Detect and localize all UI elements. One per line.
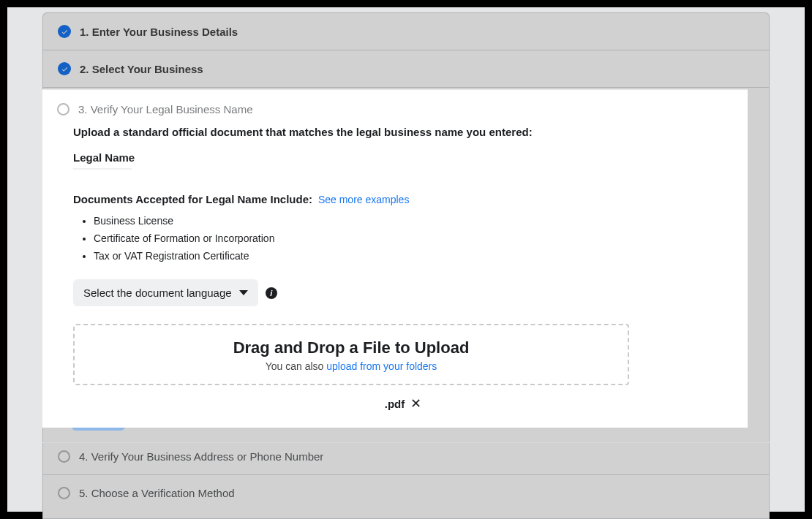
step-label: 1. Enter Your Business Details	[80, 26, 238, 38]
radio-empty-icon	[58, 487, 70, 499]
legal-name-value-redacted	[73, 168, 132, 170]
step-1-enter-business-details[interactable]: 1. Enter Your Business Details	[43, 13, 769, 50]
accepted-documents-list: Business License Certificate of Formatio…	[94, 213, 733, 265]
document-language-select[interactable]: Select the document language	[73, 279, 258, 306]
step-5-choose-verification-method[interactable]: 5. Choose a Verification Method	[43, 475, 769, 511]
uploaded-file-name: .pdf	[385, 398, 405, 410]
uploaded-file-row: .pdf ✕	[73, 395, 733, 412]
list-item: Business License	[94, 213, 733, 230]
info-icon[interactable]: i	[266, 287, 277, 299]
upload-instruction: Upload a standard official document that…	[73, 126, 733, 138]
radio-empty-icon	[58, 450, 70, 463]
step-4-verify-address-phone[interactable]: 4. Verify Your Business Address or Phone…	[43, 439, 769, 475]
see-more-examples-link[interactable]: See more examples	[318, 194, 410, 205]
step-label: 4. Verify Your Business Address or Phone…	[79, 450, 323, 463]
remove-file-icon[interactable]: ✕	[410, 395, 421, 412]
list-item: Certificate of Formation or Incorporatio…	[94, 230, 733, 248]
list-item: Tax or VAT Registration Certificate	[94, 248, 733, 265]
legal-name-label: Legal Name	[73, 151, 733, 164]
documents-accepted-heading: Documents Accepted for Legal Name Includ…	[73, 193, 312, 205]
step-label: 2. Select Your Business	[80, 63, 203, 75]
file-upload-dropzone[interactable]: Drag and Drop a File to Upload You can a…	[73, 324, 629, 385]
select-label: Select the document language	[83, 287, 232, 299]
dropzone-title: Drag and Drop a File to Upload	[82, 338, 620, 357]
chevron-down-icon	[239, 290, 248, 295]
step-3-verify-legal-name: 3. Verify Your Legal Business Name Uploa…	[42, 89, 748, 428]
radio-empty-icon	[57, 103, 69, 115]
dropzone-sub-prefix: You can also	[266, 360, 327, 372]
step-label: 5. Choose a Verification Method	[79, 487, 235, 499]
upload-from-folders-link[interactable]: upload from your folders	[326, 360, 437, 372]
dropzone-subtitle: You can also upload from your folders	[82, 360, 620, 372]
check-icon	[58, 62, 71, 75]
step-label: 3. Verify Your Legal Business Name	[78, 103, 252, 115]
check-icon	[58, 25, 71, 38]
step-2-select-business[interactable]: 2. Select Your Business	[43, 50, 769, 88]
